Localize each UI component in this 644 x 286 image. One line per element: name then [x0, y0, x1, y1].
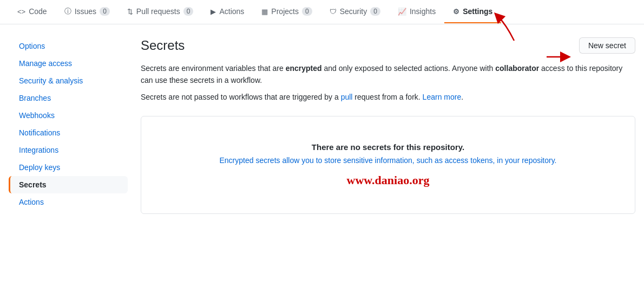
sidebar-item-branches[interactable]: Branches [9, 89, 128, 107]
page-title: Secrets [141, 38, 185, 53]
sidebar-item-actions[interactable]: Actions [9, 193, 128, 211]
nav-item-projects[interactable]: ▦ Projects 0 [253, 1, 320, 23]
desc2-pull-link[interactable]: pull [341, 93, 353, 101]
pull-requests-icon: ⇅ [127, 8, 133, 16]
nav-label-pull-requests: Pull requests [136, 7, 180, 16]
sidebar-item-integrations[interactable]: Integrations [9, 141, 128, 159]
pull-requests-badge: 0 [183, 7, 194, 16]
desc2-middle: request from a fork. [352, 93, 422, 101]
learn-more-link[interactable]: Learn more [423, 93, 462, 101]
desc2-end: . [461, 93, 463, 101]
desc1-encrypted: encrypted [286, 64, 322, 73]
code-icon: <> [17, 8, 25, 16]
desc1-collaborator: collaborator [495, 64, 539, 73]
page-header: Secrets New secret [141, 37, 635, 54]
nav-item-security[interactable]: 🛡 Security 0 [321, 1, 389, 23]
nav-label-settings: Settings [463, 7, 492, 16]
insights-icon: 📈 [398, 8, 406, 16]
sidebar: Options Manage access Security & analysi… [9, 37, 128, 214]
page-wrapper: <> Code ⓘ Issues 0 ⇅ Pull requests 0 ▶ A… [0, 0, 644, 227]
actions-icon: ▶ [211, 8, 216, 16]
nav-label-insights: Insights [410, 7, 436, 16]
empty-box-title: There are no secrets for this repository… [154, 142, 622, 152]
desc1-middle: and only exposed to selected actions. An… [322, 64, 496, 73]
projects-icon: ▦ [261, 8, 268, 16]
sidebar-item-notifications[interactable]: Notifications [9, 124, 128, 141]
nav-item-actions[interactable]: ▶ Actions [202, 1, 253, 23]
security-badge: 0 [370, 7, 380, 16]
security-icon: 🛡 [330, 8, 337, 16]
watermark: www.daniao.org [154, 173, 622, 187]
nav-item-issues[interactable]: ⓘ Issues 0 [56, 0, 119, 24]
top-nav: <> Code ⓘ Issues 0 ⇅ Pull requests 0 ▶ A… [0, 0, 644, 24]
nav-label-code: Code [29, 7, 47, 16]
sidebar-item-options[interactable]: Options [9, 37, 128, 55]
new-secret-button[interactable]: New secret [579, 37, 635, 54]
projects-badge: 0 [302, 7, 312, 16]
sidebar-item-security-analysis[interactable]: Security & analysis [9, 72, 128, 89]
sidebar-item-manage-access[interactable]: Manage access [9, 55, 128, 72]
nav-label-actions: Actions [219, 7, 244, 16]
nav-item-pull-requests[interactable]: ⇅ Pull requests 0 [119, 1, 202, 23]
desc1-before: Secrets are environment variables that a… [141, 64, 286, 73]
main-content: Secrets New secret Secrets are environme… [141, 37, 635, 214]
issues-badge: 0 [100, 7, 110, 16]
desc2-before: Secrets are not passed to workflows that… [141, 93, 341, 101]
nav-item-code[interactable]: <> Code [9, 1, 56, 23]
settings-icon: ⚙ [453, 8, 459, 16]
description-1: Secrets are environment variables that a… [141, 62, 635, 87]
nav-label-issues: Issues [75, 7, 96, 16]
nav-label-security: Security [340, 7, 367, 16]
sidebar-item-webhooks[interactable]: Webhooks [9, 107, 128, 124]
main-layout: Options Manage access Security & analysi… [0, 24, 644, 227]
sidebar-item-secrets[interactable]: Secrets [9, 176, 128, 193]
empty-box-description: Encrypted secrets allow you to store sen… [154, 156, 622, 165]
nav-label-projects: Projects [271, 7, 299, 16]
empty-secrets-box: There are no secrets for this repository… [141, 116, 635, 214]
nav-item-settings[interactable]: ⚙ Settings [444, 1, 501, 23]
sidebar-item-deploy-keys[interactable]: Deploy keys [9, 159, 128, 176]
description-2: Secrets are not passed to workflows that… [141, 91, 635, 103]
nav-item-insights[interactable]: 📈 Insights [389, 1, 444, 23]
issues-icon: ⓘ [64, 6, 71, 16]
